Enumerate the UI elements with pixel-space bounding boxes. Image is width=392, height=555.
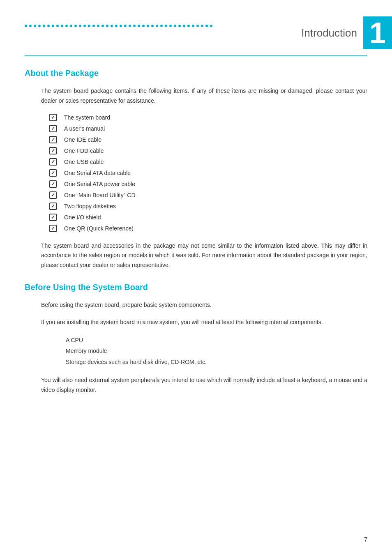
about-package-intro: The system board package contains the fo…: [25, 86, 367, 106]
dots-line: [25, 25, 334, 27]
dot-decoration: [133, 25, 136, 27]
before-using-heading: Before Using the System Board: [25, 283, 367, 292]
checklist-item-label: One I/O shield: [64, 213, 367, 222]
dot-decoration: [47, 25, 50, 27]
checklist-item-label: The system board: [64, 113, 367, 122]
dot-decoration: [111, 25, 113, 27]
dot-decoration: [74, 25, 77, 27]
dot-decoration: [29, 25, 32, 27]
dot-decoration: [65, 25, 68, 27]
dot-decoration: [56, 25, 59, 27]
dot-decoration: [83, 25, 86, 27]
before-using-para1: Before using the system board, prepare b…: [25, 300, 367, 310]
component-item: Storage devices such as hard disk drive,…: [66, 357, 367, 368]
dot-decoration: [38, 25, 41, 27]
dot-decoration: [61, 25, 63, 27]
checkbox-icon: [49, 180, 57, 188]
list-item: One Serial ATA power cable: [49, 180, 367, 189]
dot-decoration: [147, 25, 149, 27]
dot-decoration: [178, 25, 181, 27]
page-container: Introduction 1 About the Package The sys…: [0, 0, 392, 555]
list-item: One IDE cable: [49, 136, 367, 144]
checkbox-icon: [49, 191, 57, 199]
dot-decoration: [196, 25, 199, 27]
list-item: A user's manual: [49, 124, 367, 133]
chapter-number: 1: [369, 18, 386, 48]
list-item: One FDD cable: [49, 147, 367, 155]
dot-decoration: [115, 25, 118, 27]
checkbox-icon: [49, 225, 57, 232]
package-checklist: The system boardA user's manualOne IDE c…: [25, 113, 367, 233]
checklist-item-label: Two floppy diskettes: [64, 202, 367, 211]
content: About the Package The system board packa…: [0, 69, 392, 395]
chapter-number-block: 1: [363, 16, 392, 49]
dot-decoration: [106, 25, 108, 27]
dot-decoration: [165, 25, 167, 27]
dot-decoration: [97, 25, 99, 27]
list-item: One I/O shield: [49, 213, 367, 222]
dot-decoration: [138, 25, 140, 27]
checkbox-icon: [49, 114, 57, 121]
checklist-item-label: One USB cable: [64, 158, 367, 166]
header-area: Introduction 1: [0, 0, 392, 47]
dot-decoration: [210, 25, 212, 27]
checkbox-icon: [49, 158, 57, 166]
checklist-item-label: One Serial ATA data cable: [64, 169, 367, 177]
before-using-para3: You will also need external system perip…: [25, 375, 367, 395]
dot-decoration: [169, 25, 172, 27]
checkbox-icon: [49, 203, 57, 210]
about-package-heading: About the Package: [25, 69, 367, 78]
list-item: The system board: [49, 113, 367, 122]
dot-decoration: [160, 25, 163, 27]
dot-decoration: [92, 25, 95, 27]
dot-decoration: [205, 25, 208, 27]
list-item: One QR (Quick Reference): [49, 224, 367, 233]
component-item: Memory module: [66, 345, 367, 357]
dot-decoration: [192, 25, 194, 27]
checkbox-icon: [49, 214, 57, 221]
dot-decoration: [183, 25, 185, 27]
dot-decoration: [52, 25, 54, 27]
about-package-closing: The system board and accessories in the …: [25, 241, 367, 270]
dot-decoration: [79, 25, 81, 27]
chapter-title: Introduction: [301, 16, 363, 49]
checklist-item-label: One FDD cable: [64, 147, 367, 155]
list-item: One USB cable: [49, 158, 367, 166]
list-item: One Serial ATA data cable: [49, 169, 367, 177]
dot-decoration: [120, 25, 122, 27]
checklist-item-label: One “Main Board Utility” CD: [64, 191, 367, 200]
page-number: 7: [364, 536, 367, 543]
dot-decoration: [201, 25, 203, 27]
checkbox-icon: [49, 169, 57, 177]
header-rule: [25, 55, 367, 56]
checklist-item-label: A user's manual: [64, 124, 367, 133]
before-using-para2: If you are installing the system board i…: [25, 318, 367, 327]
dot-decoration: [101, 25, 104, 27]
checklist-item-label: One QR (Quick Reference): [64, 224, 367, 233]
dot-decoration: [25, 25, 27, 27]
about-package-section: About the Package The system board packa…: [25, 69, 367, 270]
dot-decoration: [34, 25, 36, 27]
dot-decoration: [70, 25, 72, 27]
dot-decoration: [129, 25, 131, 27]
checklist-item-label: One Serial ATA power cable: [64, 180, 367, 189]
chapter-title-area: Introduction 1: [301, 16, 392, 49]
dot-decoration: [151, 25, 154, 27]
dot-decoration: [174, 25, 176, 27]
dot-decoration: [142, 25, 145, 27]
dot-decoration: [88, 25, 90, 27]
checklist-item-label: One IDE cable: [64, 136, 367, 144]
dot-decoration: [187, 25, 190, 27]
dot-decoration: [43, 25, 45, 27]
before-using-section: Before Using the System Board Before usi…: [25, 283, 367, 395]
components-list: A CPUMemory moduleStorage devices such a…: [25, 335, 367, 368]
dot-decoration: [124, 25, 127, 27]
checkbox-icon: [49, 125, 57, 132]
list-item: One “Main Board Utility” CD: [49, 191, 367, 200]
checkbox-icon: [49, 136, 57, 143]
checkbox-icon: [49, 147, 57, 154]
dot-decoration: [156, 25, 158, 27]
component-item: A CPU: [66, 335, 367, 346]
list-item: Two floppy diskettes: [49, 202, 367, 211]
